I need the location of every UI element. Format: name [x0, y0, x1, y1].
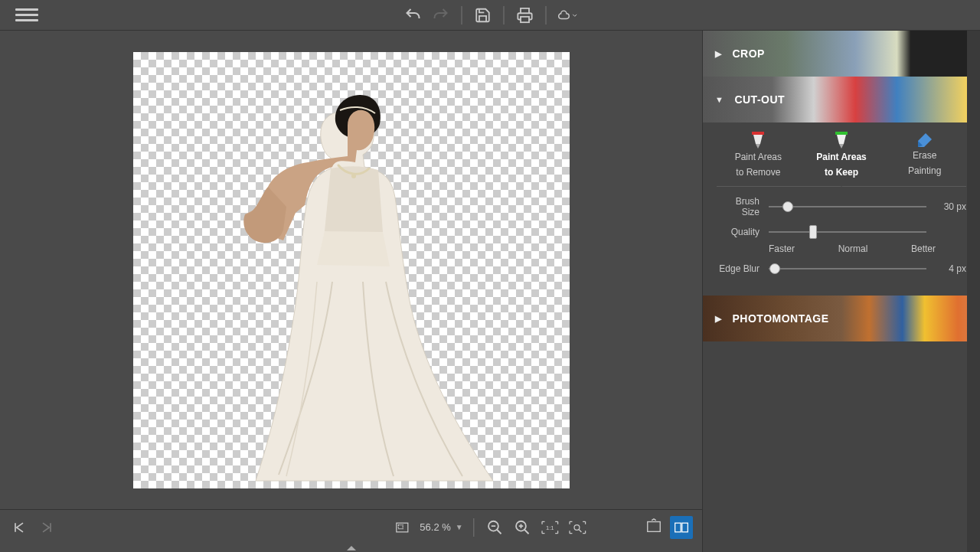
quality-slider[interactable]: [769, 231, 926, 233]
top-toolbar: [0, 0, 980, 31]
svg-rect-20: [835, 132, 848, 135]
edge-blur-slider[interactable]: [769, 268, 926, 269]
zoom-text: 56.2 %: [420, 521, 450, 533]
cutout-subject: [133, 52, 570, 488]
bottom-toolbar: 56.2 % ▼ 1:1: [0, 509, 702, 544]
right-panel: ▶ CROP ▼ CUT-OUT Paint Areas to Remove P…: [702, 31, 980, 552]
canvas-viewport[interactable]: [0, 31, 702, 509]
chevron-down-icon: ▼: [715, 95, 724, 104]
chevron-right-icon: ▶: [715, 49, 722, 59]
chevron-down-icon: ▼: [456, 523, 463, 531]
quality-row: Quality: [717, 227, 966, 237]
svg-text:1:1: 1:1: [546, 524, 554, 531]
edge-blur-label: Edge Blur: [717, 263, 760, 274]
accordion-label: PHOTOMONTAGE: [733, 312, 829, 325]
accordion-cutout[interactable]: ▼ CUT-OUT: [703, 77, 980, 122]
toolbar-separator: [462, 6, 462, 24]
edge-blur-value: 4 px: [936, 263, 966, 274]
svg-point-14: [574, 524, 580, 530]
zoom-out-button[interactable]: [485, 518, 505, 537]
share-button[interactable]: [557, 5, 577, 25]
accordion-label: CROP: [733, 47, 765, 60]
redo-button[interactable]: [431, 5, 451, 25]
save-button[interactable]: [473, 5, 493, 25]
canvas-image[interactable]: [133, 52, 570, 488]
eraser-icon: [915, 132, 935, 147]
toolbar-separator: [546, 6, 547, 24]
svg-rect-5: [398, 524, 403, 528]
svg-line-7: [497, 529, 501, 534]
brush-size-label: Brush Size: [717, 196, 760, 217]
brush-remove-icon: [749, 132, 767, 149]
quality-label: Quality: [717, 227, 760, 237]
menu-button[interactable]: [15, 4, 38, 27]
svg-rect-18: [682, 523, 688, 532]
original-toggle-button[interactable]: [644, 516, 664, 536]
zoom-fit-button[interactable]: [568, 518, 588, 537]
svg-point-1: [351, 174, 356, 178]
undo-button[interactable]: [403, 5, 423, 25]
first-image-button[interactable]: [9, 518, 29, 537]
print-button[interactable]: [515, 5, 535, 25]
tool-erase[interactable]: Erase Painting: [883, 132, 966, 178]
accordion-label: CUT-OUT: [734, 93, 785, 106]
chevron-right-icon: ▶: [715, 314, 722, 324]
quality-ticks: Faster Normal Better: [717, 243, 966, 254]
toolbar-separator: [504, 6, 505, 24]
zoom-actual-button[interactable]: 1:1: [541, 518, 560, 537]
cutout-panel: Paint Areas to Remove Paint Areas to Kee…: [703, 122, 980, 296]
tool-keep[interactable]: Paint Areas to Keep: [800, 132, 884, 178]
accordion-crop[interactable]: ▶ CROP: [703, 31, 980, 77]
panel-handle[interactable]: [0, 544, 702, 552]
svg-rect-17: [675, 523, 681, 532]
right-scrollbar[interactable]: [967, 31, 980, 552]
brush-size-row: Brush Size 30 px: [717, 196, 966, 217]
svg-rect-16: [648, 521, 661, 531]
svg-line-10: [524, 529, 529, 534]
next-image-button[interactable]: [37, 518, 57, 537]
navigator-button[interactable]: [392, 518, 412, 537]
tool-remove[interactable]: Paint Areas to Remove: [717, 132, 800, 178]
edge-blur-row: Edge Blur 4 px: [717, 263, 966, 274]
brush-size-slider[interactable]: [769, 206, 926, 207]
brush-keep-icon: [832, 132, 851, 149]
canvas-area: 56.2 % ▼ 1:1: [0, 31, 702, 552]
brush-size-value: 30 px: [936, 201, 966, 212]
zoom-in-button[interactable]: [513, 518, 533, 537]
svg-rect-0: [521, 16, 529, 21]
toolbar-separator: [474, 518, 475, 537]
svg-line-15: [579, 529, 581, 531]
svg-rect-19: [752, 132, 764, 135]
compare-button[interactable]: [670, 516, 693, 539]
accordion-photomontage[interactable]: ▶ PHOTOMONTAGE: [703, 296, 980, 341]
zoom-value[interactable]: 56.2 % ▼: [420, 521, 462, 533]
